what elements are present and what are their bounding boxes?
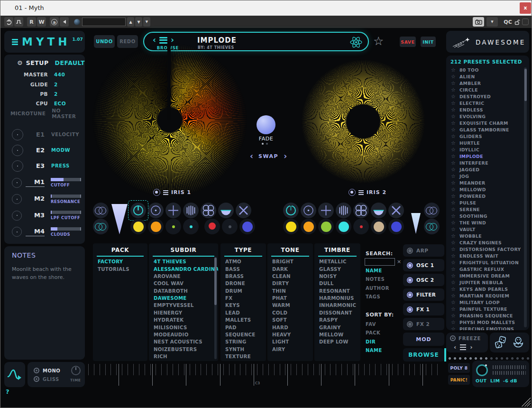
- list-item[interactable]: NOIZEBUSTERS: [149, 346, 218, 353]
- preset-row[interactable]: ☆ EVOLVING: [447, 113, 522, 120]
- list-item[interactable]: RASPY: [314, 316, 360, 324]
- list-item[interactable]: KEYS: [220, 302, 266, 309]
- section-tab[interactable]: FX 2: [403, 318, 444, 330]
- star-icon[interactable]: ☆: [447, 299, 459, 306]
- star-icon[interactable]: ☆: [447, 100, 459, 106]
- star-icon[interactable]: ☆: [447, 173, 459, 179]
- star-icon[interactable]: ☆: [447, 140, 459, 146]
- section-tab[interactable]: ARP: [403, 244, 444, 257]
- redo-button[interactable]: REDO: [117, 35, 138, 48]
- waveform-button[interactable]: [4, 362, 25, 387]
- preset-row[interactable]: ☆ CIRCLE: [447, 86, 522, 93]
- list-item[interactable]: COOL WAV: [149, 280, 218, 287]
- panic-button[interactable]: PANIC!: [448, 375, 470, 385]
- voice-color-dot[interactable]: [336, 219, 351, 234]
- list-item[interactable]: MODEAUDIO: [149, 331, 218, 338]
- star-icon[interactable]: ☆: [447, 206, 459, 213]
- star-icon[interactable]: ☆: [447, 319, 459, 325]
- tab-radio-icon[interactable]: [407, 306, 413, 313]
- list-item[interactable]: INHARMONIC: [314, 302, 360, 309]
- iris2-plus-icon[interactable]: [318, 203, 334, 218]
- voice-color-dot[interactable]: [183, 219, 199, 234]
- star-icon[interactable]: ☆: [447, 226, 459, 232]
- list-item[interactable]: ATMO: [220, 258, 266, 265]
- iris2-cross-icon[interactable]: [388, 203, 404, 218]
- star-icon[interactable]: ☆: [447, 213, 459, 219]
- star-icon[interactable]: ☆: [447, 246, 459, 252]
- mod-knob[interactable]: [12, 129, 23, 140]
- preset-row[interactable]: ☆ AMBLER: [447, 80, 522, 86]
- iris1-cross-icon[interactable]: [236, 203, 251, 218]
- list-item[interactable]: THIN: [267, 287, 313, 295]
- list-item[interactable]: GRAINY: [314, 324, 360, 331]
- list-item[interactable]: HIENERGY: [149, 309, 218, 316]
- star-icon[interactable]: ☆: [447, 67, 459, 73]
- setup-preset-value[interactable]: DEFAULT: [55, 59, 85, 66]
- list-item[interactable]: PHAT: [267, 295, 313, 302]
- iris1-blend-active-icon[interactable]: [93, 219, 109, 234]
- output-volume-knob[interactable]: [476, 364, 488, 376]
- atom-icon[interactable]: [349, 35, 363, 49]
- voice-color-dot[interactable]: [165, 219, 181, 234]
- undo-button[interactable]: UNDO: [94, 35, 115, 48]
- clear-search-icon[interactable]: ×: [397, 259, 401, 265]
- preset-dropdown-button[interactable]: ▼: [143, 17, 150, 27]
- list-item[interactable]: DULL: [314, 280, 360, 287]
- preset-row[interactable]: ☆ GASTRIC REFLUX: [447, 266, 522, 272]
- mod-target-label[interactable]: PRESS: [51, 163, 70, 168]
- gliss-radio[interactable]: GLISS: [34, 375, 60, 383]
- swap-right-button[interactable]: ›: [284, 152, 287, 160]
- voice-color-dot[interactable]: [239, 219, 255, 234]
- list-item[interactable]: LEAD: [220, 309, 266, 316]
- preset-row[interactable]: ☆ FRIGHTFUL SITUATION: [447, 259, 522, 266]
- list-item[interactable]: HYDRATEK: [149, 316, 218, 324]
- search-field-option[interactable]: TAGS: [366, 294, 389, 303]
- preset-row[interactable]: ☆ GLIDERS: [447, 133, 522, 139]
- voice-color-dot[interactable]: [353, 219, 369, 234]
- star-icon[interactable]: ☆: [447, 127, 459, 133]
- iris1-flower-icon[interactable]: [201, 203, 216, 218]
- qc-lock-button[interactable]: [514, 17, 521, 27]
- list-item[interactable]: NEST ACOUSTICS: [149, 338, 218, 345]
- snapshot-button[interactable]: [473, 17, 484, 27]
- preset-row[interactable]: ☆ DESTROYED: [447, 93, 522, 100]
- sort-field-option[interactable]: NAME: [366, 348, 382, 356]
- list-item[interactable]: DRUM: [220, 287, 266, 295]
- preset-row[interactable]: ☆ THE WIND: [447, 219, 522, 226]
- star-icon[interactable]: ☆: [447, 193, 459, 199]
- section-tab[interactable]: FILTER: [403, 288, 444, 301]
- star-icon[interactable]: ☆: [447, 120, 459, 126]
- list-item[interactable]: NOISY: [314, 273, 360, 280]
- list-item[interactable]: ALESSANDRO CARDINALE: [149, 265, 218, 272]
- preset-row[interactable]: ☆ PULSE: [447, 199, 522, 206]
- freeze-prev-button[interactable]: ‹: [454, 344, 456, 350]
- preset-row[interactable]: ☆ JUPITER NEBULA: [447, 279, 522, 286]
- list-item[interactable]: STRING: [220, 338, 266, 345]
- preset-row[interactable]: ☆ MILITARY LOOP: [447, 299, 522, 306]
- star-icon[interactable]: ☆: [447, 153, 459, 159]
- iris2-half-fill-icon[interactable]: [371, 203, 386, 218]
- star-icon[interactable]: ☆: [447, 306, 459, 312]
- star-icon[interactable]: ☆: [447, 233, 459, 239]
- init-button[interactable]: INIT: [421, 37, 436, 47]
- preset-row[interactable]: ☆ PIERCING EMOTIONS: [447, 325, 522, 330]
- section-tab[interactable]: FX 1: [403, 303, 444, 315]
- current-preset-name[interactable]: IMPLODE: [197, 36, 237, 45]
- preset-row[interactable]: ☆ ALIEN: [447, 73, 522, 80]
- list-item[interactable]: DATABROTH: [149, 287, 218, 295]
- preset-row[interactable]: ☆ POWERED: [447, 193, 522, 199]
- list-item[interactable]: SABASTIAN WEAVER: [149, 360, 218, 361]
- preset-row[interactable]: ☆ DISTORSIONS FACTORY: [447, 246, 522, 252]
- list-item[interactable]: DARK: [267, 265, 313, 272]
- macro-knob[interactable]: [12, 211, 22, 221]
- preset-row[interactable]: ☆ 80 TOO: [447, 66, 522, 73]
- view-dropdown-button[interactable]: ▼: [486, 17, 498, 27]
- macro-knob[interactable]: [12, 227, 22, 237]
- macro-slider[interactable]: [51, 178, 81, 181]
- setup-row[interactable]: PB 2: [4, 89, 85, 99]
- star-icon[interactable]: ☆: [447, 253, 459, 259]
- save-button[interactable]: SAVE: [400, 37, 416, 47]
- preset-row[interactable]: ☆ IDYLLIC: [447, 146, 522, 153]
- freeze-menu-icon[interactable]: [460, 343, 466, 352]
- iris2-stripes-icon[interactable]: [336, 203, 351, 218]
